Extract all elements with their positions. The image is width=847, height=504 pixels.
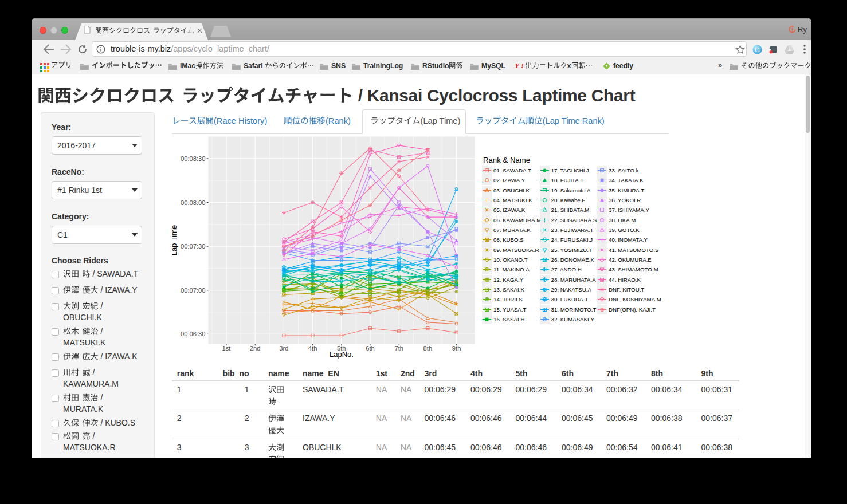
svg-text:00:08:30: 00:08:30 bbox=[181, 155, 206, 162]
svg-text:00:08:00: 00:08:00 bbox=[181, 199, 206, 206]
svg-text:8th: 8th bbox=[424, 345, 433, 352]
svg-text:1st: 1st bbox=[222, 345, 232, 352]
svg-text:9th: 9th bbox=[452, 345, 461, 352]
svg-text:G: G bbox=[755, 46, 760, 53]
svg-text:3rd: 3rd bbox=[279, 345, 288, 352]
svg-text:Lap Time: Lap Time bbox=[172, 225, 178, 255]
svg-text:6th: 6th bbox=[366, 345, 375, 352]
svg-text:4th: 4th bbox=[308, 345, 317, 352]
svg-text:7th: 7th bbox=[394, 345, 403, 352]
svg-text:LapNo.: LapNo. bbox=[330, 350, 354, 359]
svg-text:00:06:30: 00:06:30 bbox=[181, 330, 206, 337]
svg-text:00:07:30: 00:07:30 bbox=[181, 243, 206, 250]
svg-text:2nd: 2nd bbox=[250, 345, 261, 352]
svg-text:00:07:00: 00:07:00 bbox=[181, 287, 206, 294]
